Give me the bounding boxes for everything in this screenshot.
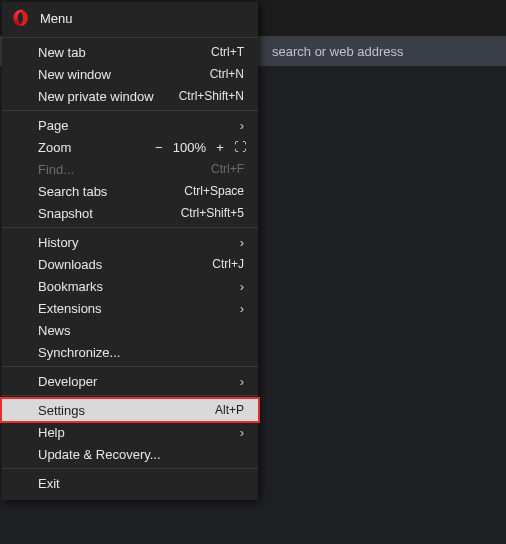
menu-item-label: Downloads xyxy=(38,257,204,272)
chevron-right-icon: › xyxy=(234,118,244,133)
menu-item-label: Snapshot xyxy=(38,206,173,221)
menu-item-label: History xyxy=(38,235,226,250)
zoom-in-button[interactable]: + xyxy=(214,140,226,155)
menu-item-shortcut: Alt+P xyxy=(215,403,244,417)
menu-item-page[interactable]: Page› xyxy=(2,114,258,136)
menu-item-label: Page xyxy=(38,118,226,133)
menu-item-label: Zoom xyxy=(38,140,153,155)
zoom-value: 100% xyxy=(173,140,206,155)
chevron-right-icon: › xyxy=(234,279,244,294)
zoom-out-button[interactable]: − xyxy=(153,140,165,155)
menu-item-label: Bookmarks xyxy=(38,279,226,294)
address-bar-placeholder: search or web address xyxy=(272,44,404,59)
menu-item-label: Help xyxy=(38,425,226,440)
menu-item-label: New tab xyxy=(38,45,203,60)
menu-item-synchronize[interactable]: Synchronize... xyxy=(2,341,258,363)
menu-item-new-tab[interactable]: New tabCtrl+T xyxy=(2,41,258,63)
menu-header: Menu xyxy=(2,2,258,34)
menu-item-label: Synchronize... xyxy=(38,345,244,360)
menu-separator xyxy=(2,395,258,396)
fullscreen-icon[interactable]: ⛶ xyxy=(234,140,244,154)
menu-separator xyxy=(2,227,258,228)
menu-item-developer[interactable]: Developer› xyxy=(2,370,258,392)
menu-item-shortcut: Ctrl+J xyxy=(212,257,244,271)
menu-item-news[interactable]: News xyxy=(2,319,258,341)
menu-item-shortcut: Ctrl+Space xyxy=(184,184,244,198)
menu-item-new-private-window[interactable]: New private windowCtrl+Shift+N xyxy=(2,85,258,107)
chevron-right-icon: › xyxy=(234,301,244,316)
menu-item-find: Find...Ctrl+F xyxy=(2,158,258,180)
menu-item-label: New private window xyxy=(38,89,171,104)
menu-item-settings[interactable]: SettingsAlt+P xyxy=(2,399,258,421)
chevron-right-icon: › xyxy=(234,374,244,389)
menu-item-snapshot[interactable]: SnapshotCtrl+Shift+5 xyxy=(2,202,258,224)
menu-item-shortcut: Ctrl+Shift+N xyxy=(179,89,244,103)
menu-item-bookmarks[interactable]: Bookmarks› xyxy=(2,275,258,297)
menu-item-new-window[interactable]: New windowCtrl+N xyxy=(2,63,258,85)
main-menu: Menu New tabCtrl+TNew windowCtrl+NNew pr… xyxy=(2,2,258,500)
menu-item-label: Exit xyxy=(38,476,244,491)
opera-logo-icon xyxy=(12,9,30,27)
menu-separator xyxy=(2,366,258,367)
menu-item-label: Settings xyxy=(38,403,207,418)
menu-item-history[interactable]: History› xyxy=(2,231,258,253)
menu-item-downloads[interactable]: DownloadsCtrl+J xyxy=(2,253,258,275)
menu-item-label: Search tabs xyxy=(38,184,176,199)
menu-item-extensions[interactable]: Extensions› xyxy=(2,297,258,319)
menu-separator xyxy=(2,468,258,469)
chevron-right-icon: › xyxy=(234,425,244,440)
menu-item-label: New window xyxy=(38,67,202,82)
zoom-controls: −100%+⛶ xyxy=(153,140,244,155)
menu-item-label: Developer xyxy=(38,374,226,389)
menu-separator xyxy=(2,110,258,111)
menu-item-label: Update & Recovery... xyxy=(38,447,244,462)
menu-item-search-tabs[interactable]: Search tabsCtrl+Space xyxy=(2,180,258,202)
chevron-right-icon: › xyxy=(234,235,244,250)
menu-title: Menu xyxy=(40,11,73,26)
menu-separator xyxy=(2,37,258,38)
menu-item-label: Find... xyxy=(38,162,203,177)
menu-item-label: News xyxy=(38,323,244,338)
menu-item-help[interactable]: Help› xyxy=(2,421,258,443)
menu-item-update-recovery[interactable]: Update & Recovery... xyxy=(2,443,258,465)
menu-item-zoom[interactable]: Zoom−100%+⛶ xyxy=(2,136,258,158)
menu-item-shortcut: Ctrl+T xyxy=(211,45,244,59)
menu-item-shortcut: Ctrl+N xyxy=(210,67,244,81)
menu-item-exit[interactable]: Exit xyxy=(2,472,258,494)
menu-item-shortcut: Ctrl+Shift+5 xyxy=(181,206,244,220)
menu-item-label: Extensions xyxy=(38,301,226,316)
menu-item-shortcut: Ctrl+F xyxy=(211,162,244,176)
